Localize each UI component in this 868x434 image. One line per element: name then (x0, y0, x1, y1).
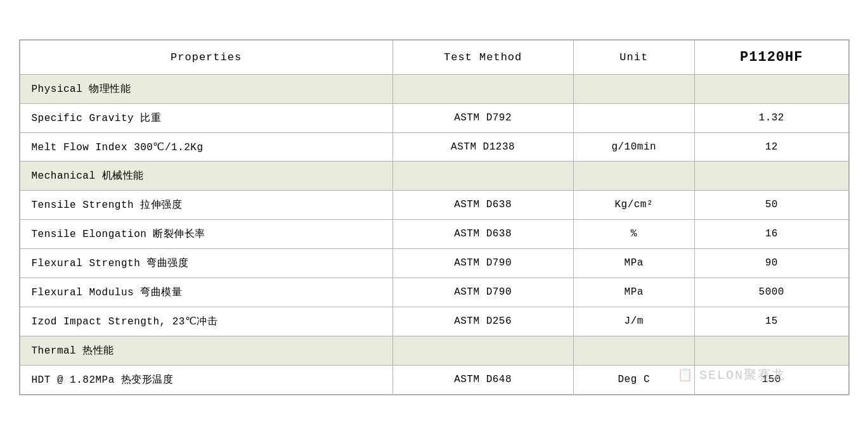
category-row: Mechanical 机械性能 (20, 161, 848, 190)
cell-r1-c0: Specific Gravity 比重 (20, 103, 392, 132)
cell-r4-c3: 50 (694, 190, 848, 219)
cell-r8-c3: 15 (694, 307, 848, 336)
cell-r3-c3 (694, 161, 848, 190)
cell-r2-c1: ASTM D1238 (392, 132, 573, 161)
properties-table: Properties Test Method Unit P1120HF Phys… (20, 40, 849, 395)
cell-r10-c3: 150 (694, 365, 848, 394)
table-row: Tensile Strength 拉伸强度ASTM D638Kg/cm²50 (20, 190, 848, 219)
cell-r3-c0: Mechanical 机械性能 (20, 161, 392, 190)
header-product: P1120HF (694, 40, 848, 74)
cell-r6-c3: 90 (694, 248, 848, 278)
cell-r1-c1: ASTM D792 (392, 103, 573, 132)
cell-r6-c2: MPa (573, 248, 694, 278)
cell-r6-c0: Flexural Strength 弯曲强度 (20, 248, 392, 278)
cell-r0-c2 (573, 74, 694, 103)
cell-r3-c2 (573, 161, 694, 190)
cell-r4-c1: ASTM D638 (392, 190, 573, 219)
header-properties: Properties (20, 40, 392, 74)
table-row: HDT @ 1.82MPa 热变形温度ASTM D648Deg C150 (20, 365, 848, 394)
cell-r5-c0: Tensile Elongation 断裂伸长率 (20, 219, 392, 248)
cell-r7-c2: MPa (573, 278, 694, 307)
cell-r0-c1 (392, 74, 573, 103)
cell-r7-c0: Flexural Modulus 弯曲模量 (20, 278, 392, 307)
data-table-wrapper: Properties Test Method Unit P1120HF Phys… (19, 39, 850, 395)
cell-r7-c1: ASTM D790 (392, 278, 573, 307)
cell-r10-c2: Deg C (573, 365, 694, 394)
cell-r10-c0: HDT @ 1.82MPa 热变形温度 (20, 365, 392, 394)
cell-r8-c1: ASTM D256 (392, 307, 573, 336)
cell-r1-c3: 1.32 (694, 103, 848, 132)
cell-r4-c2: Kg/cm² (573, 190, 694, 219)
cell-r0-c3 (694, 74, 848, 103)
cell-r10-c1: ASTM D648 (392, 365, 573, 394)
category-row: Physical 物理性能 (20, 74, 848, 103)
header-unit: Unit (573, 40, 694, 74)
cell-r7-c3: 5000 (694, 278, 848, 307)
table-row: Izod Impact Strength, 23℃冲击ASTM D256J/m1… (20, 307, 848, 336)
table-header-row: Properties Test Method Unit P1120HF (20, 40, 848, 74)
header-test-method: Test Method (392, 40, 573, 74)
cell-r4-c0: Tensile Strength 拉伸强度 (20, 190, 392, 219)
cell-r2-c3: 12 (694, 132, 848, 161)
page-container: Properties Test Method Unit P1120HF Phys… (0, 0, 868, 434)
cell-r8-c2: J/m (573, 307, 694, 336)
cell-r5-c1: ASTM D638 (392, 219, 573, 248)
cell-r2-c2: g/10min (573, 132, 694, 161)
cell-r3-c1 (392, 161, 573, 190)
cell-r5-c2: % (573, 219, 694, 248)
cell-r2-c0: Melt Flow Index 300℃/1.2Kg (20, 132, 392, 161)
cell-r9-c1 (392, 336, 573, 365)
table-row: Specific Gravity 比重ASTM D7921.32 (20, 103, 848, 132)
category-row: Thermal 热性能 (20, 336, 848, 365)
cell-r6-c1: ASTM D790 (392, 248, 573, 278)
cell-r9-c3 (694, 336, 848, 365)
table-row: Tensile Elongation 断裂伸长率ASTM D638%16 (20, 219, 848, 248)
cell-r5-c3: 16 (694, 219, 848, 248)
cell-r0-c0: Physical 物理性能 (20, 74, 392, 103)
table-row: Flexural Modulus 弯曲模量ASTM D790MPa5000 (20, 278, 848, 307)
cell-r8-c0: Izod Impact Strength, 23℃冲击 (20, 307, 392, 336)
table-row: Flexural Strength 弯曲强度ASTM D790MPa90 (20, 248, 848, 278)
table-row: Melt Flow Index 300℃/1.2KgASTM D1238g/10… (20, 132, 848, 161)
cell-r1-c2 (573, 103, 694, 132)
cell-r9-c2 (573, 336, 694, 365)
cell-r9-c0: Thermal 热性能 (20, 336, 392, 365)
